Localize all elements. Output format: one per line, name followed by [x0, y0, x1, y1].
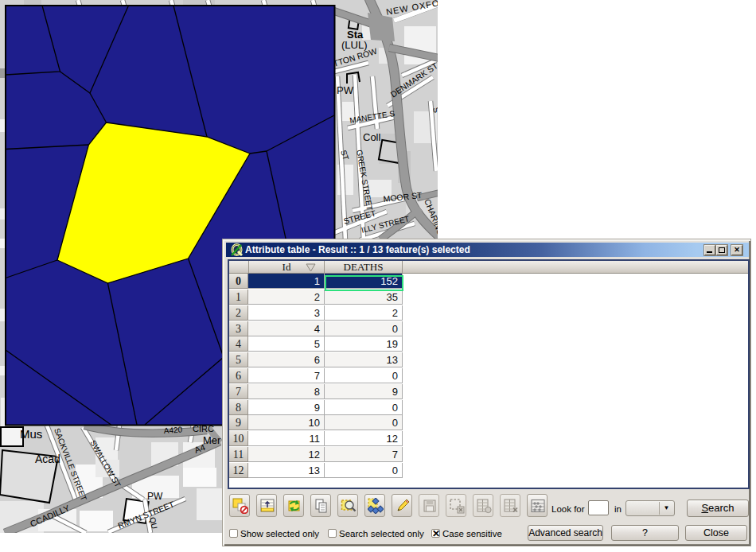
svg-text:Mer: Mer	[203, 434, 221, 446]
svg-text:PW: PW	[337, 84, 354, 96]
svg-text:Coll: Coll	[363, 131, 381, 143]
svg-text:Mus: Mus	[20, 427, 42, 441]
svg-text:Acad: Acad	[35, 453, 60, 465]
svg-text:PW: PW	[147, 491, 163, 502]
svg-text:A420: A420	[163, 425, 183, 435]
